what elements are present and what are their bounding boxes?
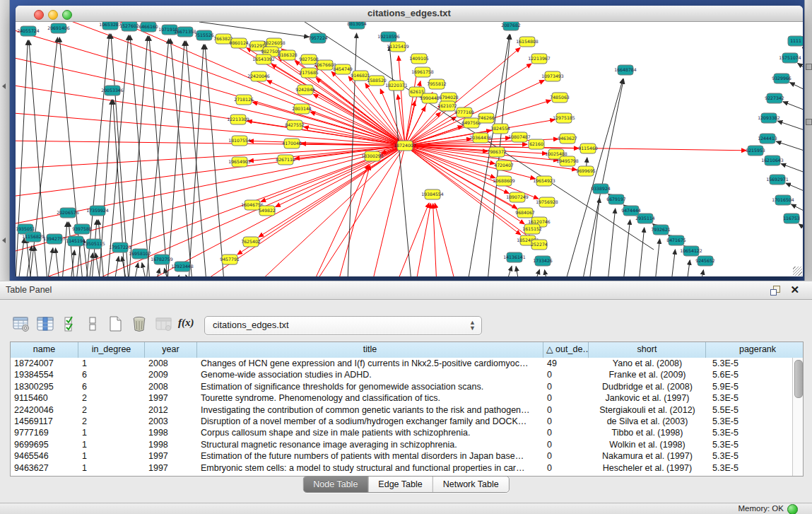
graph-node[interactable]: 2175685 — [299, 68, 319, 78]
graph-node[interactable]: 116753 — [783, 214, 800, 223]
column-header-name[interactable]: name — [11, 342, 78, 358]
graph-node[interactable]: 22420046 — [247, 71, 270, 81]
graph-node[interactable]: 2087682 — [501, 22, 521, 30]
graph-node[interactable]: 10973493 — [541, 71, 564, 81]
graph-node[interactable]: 7625402 — [241, 237, 261, 247]
graph-node[interactable]: 9242848 — [295, 85, 315, 95]
graph-node[interactable]: 1409105 — [409, 54, 429, 64]
graph-node[interactable]: 6679197 — [606, 194, 626, 204]
graph-node[interactable]: 20691406 — [47, 23, 70, 33]
table-scrollbar[interactable] — [792, 358, 803, 476]
network-table-selector[interactable]: citations_edges.txt ▲▼ — [204, 316, 482, 335]
graph-node[interactable]: 13505115 — [83, 239, 105, 249]
graph-node[interactable]: 24055724 — [17, 26, 40, 36]
graph-node[interactable]: 11325419 — [387, 42, 409, 52]
graph-node[interactable]: 62160 — [529, 139, 544, 149]
collapse-handle-icon[interactable] — [2, 238, 6, 243]
table-row[interactable]: 977716911998Corpus callosum shape and si… — [11, 427, 793, 438]
graph-node[interactable]: 9338924 — [591, 184, 611, 194]
column-header-short[interactable]: short — [589, 342, 706, 358]
float-panel-icon[interactable] — [770, 286, 779, 295]
graph-node[interactable]: 3824554 — [490, 124, 510, 134]
graph-node[interactable]: 1527602 — [119, 22, 139, 31]
graph-node[interactable]: 18724007 — [394, 141, 416, 151]
table-row[interactable]: 946362711997Embryonic stem cells: a mode… — [11, 462, 793, 474]
close-panel-icon[interactable]: ✕ — [790, 284, 799, 296]
graph-node[interactable]: 4170046 — [282, 139, 302, 148]
graph-node[interactable]: 13942757 — [43, 234, 66, 244]
column-header-pagerank[interactable]: pagerank — [706, 342, 803, 358]
graph-node[interactable]: 7515526 — [194, 30, 214, 40]
panel-widget-icon[interactable] — [806, 64, 812, 70]
table-row[interactable]: 1456911722003Disruption of a novel membe… — [11, 416, 793, 427]
graph-node[interactable]: 19654923 — [533, 176, 555, 186]
graph-node[interactable]: 1111 — [788, 36, 803, 46]
graph-node[interactable]: 252274 — [531, 240, 548, 250]
new-column-button[interactable] — [107, 315, 127, 334]
window-resize-grip[interactable] — [793, 267, 802, 276]
tab-node-table[interactable]: Node Table — [303, 477, 368, 492]
graph-node[interactable]: 19495798 — [556, 156, 579, 166]
graph-node[interactable]: 12975185 — [553, 113, 575, 123]
graph-node[interactable]: 20206576 — [57, 208, 79, 218]
graph-node[interactable]: 18220371 — [385, 81, 408, 90]
function-builder-button[interactable]: f(x) — [178, 315, 202, 334]
graph-node[interactable]: 9699695 — [576, 166, 596, 176]
graph-node[interactable]: 9397588 — [72, 224, 92, 234]
graph-node[interactable]: 8186328 — [278, 50, 298, 60]
graph-node[interactable]: 9457791 — [220, 255, 240, 264]
graph-node[interactable]: 16961758 — [411, 67, 434, 77]
table-row[interactable]: 1872400712008Changes of HCN gene express… — [11, 358, 793, 369]
graph-node[interactable]: 10688609 — [493, 176, 515, 186]
graph-node[interactable]: 2803144 — [292, 104, 312, 114]
column-header-in-degree[interactable]: in_degree — [78, 342, 145, 358]
table-mode-button[interactable] — [13, 315, 33, 334]
column-visibility-button[interactable] — [37, 315, 57, 334]
scrollbar-thumb[interactable] — [794, 360, 803, 398]
window-titlebar[interactable]: citations_edges.txt — [16, 6, 803, 22]
graph-node[interactable]: 746266 — [478, 113, 495, 123]
graph-node[interactable]: 549822 — [259, 206, 276, 216]
graph-node[interactable]: 8471675 — [666, 235, 686, 245]
column-header-title[interactable]: title — [197, 342, 543, 358]
graph-node[interactable]: 1244413 — [758, 134, 777, 144]
graph-node[interactable]: 7986372 — [487, 147, 507, 157]
row-selection-button[interactable] — [86, 315, 106, 334]
graph-node[interactable]: 8427552 — [285, 120, 305, 130]
graph-node[interactable]: 7957224 — [308, 33, 328, 43]
graph-node[interactable]: 9684067 — [515, 208, 535, 218]
graph-node[interactable]: 16648784 — [614, 65, 637, 75]
network-canvas[interactable]: 2405572420691406106532871527602646616010… — [16, 22, 803, 276]
selection-mode-button[interactable] — [64, 315, 83, 334]
graph-node[interactable]: 14136141 — [503, 252, 526, 262]
graph-node[interactable]: 16782759 — [151, 255, 173, 264]
table-row[interactable]: 1938455462009Genome-wide association stu… — [11, 369, 793, 380]
graph-node[interactable]: 16958107 — [129, 249, 151, 259]
graph-node[interactable]: 8267110 — [276, 155, 295, 165]
graph-node[interactable]: 8813054 — [347, 22, 367, 29]
graph-node[interactable]: 20053346 — [101, 86, 124, 95]
graph-node[interactable]: 1615152 — [522, 224, 542, 234]
graph-node[interactable]: 7485063 — [550, 93, 570, 103]
tab-network-table[interactable]: Network Table — [433, 477, 509, 492]
graph-node[interactable]: 9463627 — [558, 134, 577, 144]
delete-column-button[interactable] — [131, 315, 151, 334]
graph-node[interactable]: 15692971 — [766, 175, 789, 185]
graph-node[interactable]: 16671358 — [174, 27, 196, 37]
graph-node[interactable]: 18107554 — [228, 136, 251, 146]
graph-node[interactable]: 19384554 — [421, 189, 444, 199]
graph-node[interactable]: 9115460 — [578, 144, 598, 153]
graph-node[interactable]: 17957223 — [109, 243, 131, 252]
graph-node[interactable]: 1733426 — [533, 256, 553, 266]
graph-node[interactable]: 8454749 — [333, 64, 353, 74]
graph-node[interactable]: 7955812 — [427, 79, 447, 89]
table-row[interactable]: 1830029562008Estimation of significance … — [11, 381, 793, 392]
memory-status-indicator[interactable] — [787, 504, 798, 514]
graph-node[interactable]: 16154808 — [516, 37, 539, 47]
graph-node[interactable]: 10653287 — [99, 22, 122, 30]
graph-node[interactable]: 9777169 — [454, 107, 474, 117]
graph-node[interactable]: 17359924 — [86, 206, 109, 216]
graph-node[interactable]: 2935114 — [635, 214, 655, 223]
table-row[interactable]: 969969511998Structural magnetic resonanc… — [11, 439, 793, 450]
graph-node[interactable]: 9860124 — [229, 38, 249, 48]
